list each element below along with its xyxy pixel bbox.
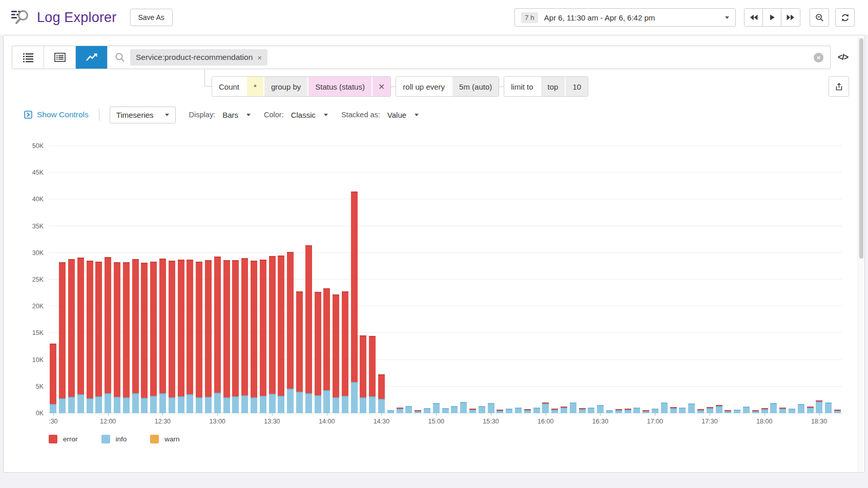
stacked-bar[interactable]	[579, 408, 586, 413]
stacked-bar[interactable]	[734, 410, 740, 413]
stacked-bar[interactable]	[570, 402, 576, 413]
stacked-bar[interactable]	[779, 408, 786, 413]
remove-filter-icon[interactable]: ×	[257, 53, 262, 62]
stacked-bar[interactable]	[269, 256, 276, 413]
stacked-bar[interactable]	[397, 408, 403, 413]
stacked-bar[interactable]	[707, 407, 713, 413]
detail-list-view-toggle[interactable]	[44, 46, 76, 69]
stacked-bar[interactable]	[661, 402, 668, 413]
vertical-scrollbar[interactable]	[858, 36, 864, 472]
play-button[interactable]	[763, 9, 781, 26]
stacked-bar[interactable]	[105, 257, 111, 413]
stacked-bar[interactable]	[141, 263, 148, 413]
group-by-value-cell[interactable]: Status (status)	[307, 77, 371, 96]
stacked-bar[interactable]	[625, 409, 631, 413]
stacked-bar[interactable]	[132, 259, 139, 413]
stacked-bar[interactable]	[187, 260, 193, 413]
legend-item-info[interactable]: info	[101, 435, 127, 443]
stacked-bar[interactable]	[524, 409, 531, 413]
save-as-button[interactable]: Save As	[130, 9, 173, 26]
show-controls-button[interactable]: Show Controls	[24, 110, 89, 119]
stacked-bar[interactable]	[241, 258, 248, 413]
time-range-selector[interactable]: 7 h Apr 6, 11:30 am - Apr 6, 6:42 pm	[514, 8, 736, 27]
stacked-bar[interactable]	[305, 245, 312, 413]
stacked-bar[interactable]	[223, 260, 230, 413]
stacked-bar[interactable]	[670, 407, 677, 413]
stacked-bar[interactable]	[442, 408, 449, 413]
stacked-bar[interactable]	[433, 403, 440, 413]
stacked-bar[interactable]	[588, 408, 594, 413]
stacked-bar[interactable]	[770, 403, 777, 413]
stacked-bar[interactable]	[825, 402, 832, 413]
limit-order-cell[interactable]: top	[540, 77, 565, 96]
stacked-bar[interactable]	[424, 408, 430, 413]
refresh-button[interactable]	[835, 8, 855, 27]
stacked-bar[interactable]	[460, 402, 467, 413]
clear-search-button[interactable]: ×	[814, 53, 823, 62]
group-by-label-cell[interactable]: group by	[263, 77, 307, 96]
stacked-bar[interactable]	[479, 406, 485, 413]
search-bar[interactable]: Service:product-recommendation × ×	[12, 46, 831, 69]
stacked-bar[interactable]	[615, 409, 622, 413]
stacked-bar[interactable]	[123, 262, 130, 413]
stacked-bar[interactable]	[761, 408, 768, 413]
stacked-bar[interactable]	[232, 260, 239, 413]
stacked-bar[interactable]	[561, 407, 567, 413]
stacked-bar[interactable]	[834, 410, 841, 413]
stacked-bar[interactable]	[405, 406, 412, 413]
fast-forward-button[interactable]	[781, 9, 800, 26]
stacked-bar[interactable]	[697, 409, 704, 413]
stacked-bar[interactable]	[816, 400, 822, 413]
stacked-bar[interactable]	[315, 292, 321, 413]
legend-item-error[interactable]: error	[49, 435, 78, 443]
remove-group-by-button[interactable]: ✕	[371, 77, 390, 96]
limit-value-cell[interactable]: 10	[565, 77, 588, 96]
stacked-bar[interactable]	[87, 261, 93, 413]
stacked-bar[interactable]	[342, 291, 348, 413]
stacked-bar[interactable]	[68, 259, 75, 413]
rollup-value-cell[interactable]: 5m (auto)	[451, 77, 499, 96]
measure-cell[interactable]: Count	[212, 77, 246, 96]
stacked-bar[interactable]	[497, 410, 503, 413]
scrollbar-thumb[interactable]	[859, 38, 863, 259]
stacked-bar[interactable]	[50, 344, 56, 413]
stacked-bar[interactable]	[323, 288, 330, 413]
stacked-bar[interactable]	[360, 335, 366, 413]
stacked-as-select[interactable]: Value	[387, 111, 419, 119]
stacked-bar[interactable]	[178, 260, 184, 413]
rewind-button[interactable]	[745, 9, 763, 26]
stacked-bar[interactable]	[688, 404, 695, 413]
stacked-bar[interactable]	[633, 408, 640, 413]
stacked-bar[interactable]	[196, 262, 202, 413]
stacked-bar[interactable]	[251, 261, 257, 413]
display-select[interactable]: Bars	[222, 111, 251, 119]
stacked-bar[interactable]	[378, 374, 385, 413]
stacked-bar[interactable]	[205, 260, 212, 413]
timeseries-view-toggle[interactable]	[76, 46, 108, 69]
stacked-bar[interactable]	[296, 291, 303, 413]
stacked-bar[interactable]	[807, 407, 814, 413]
stacked-bar[interactable]	[150, 262, 157, 413]
zoom-out-button[interactable]	[810, 8, 829, 27]
stacked-bar[interactable]	[59, 262, 66, 413]
stacked-bar[interactable]	[488, 403, 494, 413]
stacked-bar[interactable]	[597, 405, 604, 413]
stacked-bar[interactable]	[515, 408, 522, 413]
stacked-bar[interactable]	[789, 409, 795, 413]
stacked-bar[interactable]	[287, 252, 294, 413]
stacked-bar[interactable]	[533, 408, 540, 413]
stacked-bar[interactable]	[333, 294, 339, 413]
stacked-bar[interactable]	[278, 256, 284, 413]
stacked-bar[interactable]	[351, 192, 358, 413]
legend-item-warn[interactable]: warn	[150, 435, 179, 443]
stacked-bar[interactable]	[169, 261, 175, 413]
stacked-bar[interactable]	[159, 259, 166, 413]
stacked-bar[interactable]	[743, 407, 750, 413]
stacked-bar[interactable]	[542, 402, 549, 413]
code-toggle-button[interactable]: </>	[831, 46, 855, 69]
list-view-toggle[interactable]	[12, 46, 44, 69]
measure-field-cell[interactable]: *	[246, 77, 263, 96]
stacked-bar[interactable]	[451, 406, 458, 413]
stacked-bar[interactable]	[716, 405, 722, 413]
stacked-bar[interactable]	[469, 409, 476, 413]
